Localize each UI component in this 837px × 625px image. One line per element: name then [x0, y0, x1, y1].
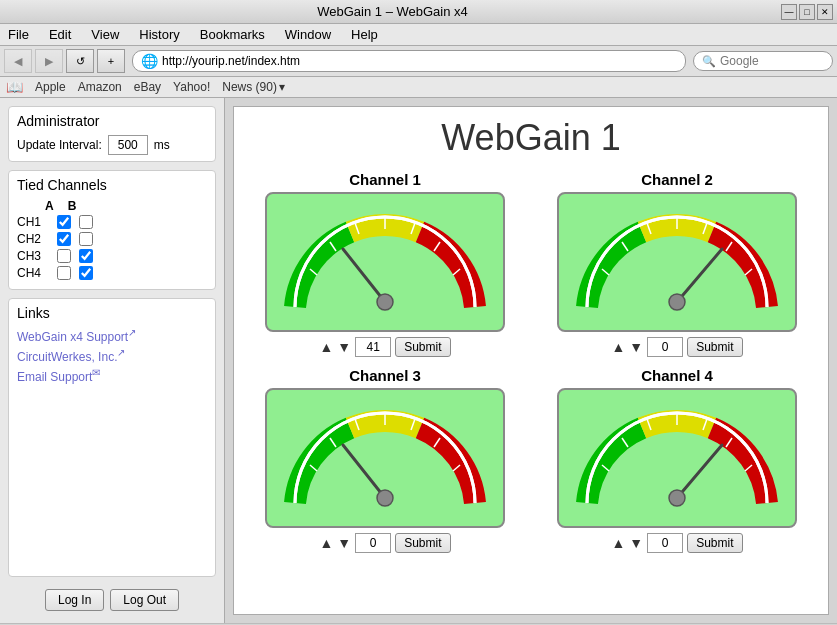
url-bar: 🌐: [132, 50, 686, 72]
update-interval-input[interactable]: [108, 135, 148, 155]
ch4-up-btn[interactable]: ▲: [611, 536, 625, 550]
search-bar: 🔍: [693, 51, 833, 71]
ch2-up-btn[interactable]: ▲: [611, 340, 625, 354]
ch3-b-checkbox[interactable]: [79, 249, 93, 263]
bm-news[interactable]: News (90) ▾: [222, 80, 285, 94]
gauge-box-1: [265, 192, 505, 332]
channel-1-cell: Channel 1: [244, 171, 526, 357]
close-button[interactable]: ✕: [817, 4, 833, 20]
ch2-a-checkbox[interactable]: [57, 232, 71, 246]
ch1-label: CH1: [17, 215, 49, 229]
tied-channels-table: A B CH1 CH2 CH3: [17, 199, 207, 280]
ch1-submit-btn[interactable]: Submit: [395, 337, 450, 357]
ch1-value-input[interactable]: [355, 337, 391, 357]
update-label: Update Interval:: [17, 138, 102, 152]
svg-point-8: [377, 294, 393, 310]
ch4-submit-btn[interactable]: Submit: [687, 533, 742, 553]
channel-2-cell: Channel 2: [536, 171, 818, 357]
ch4-b-checkbox[interactable]: [79, 266, 93, 280]
gauge-controls-2: ▲ ▼ Submit: [611, 337, 742, 357]
ch3-submit-btn[interactable]: Submit: [395, 533, 450, 553]
chevron-down-icon: ▾: [279, 80, 285, 94]
gauge-svg-4: [567, 393, 787, 523]
ch1-a-checkbox[interactable]: [57, 215, 71, 229]
back-button[interactable]: ◀: [4, 49, 32, 73]
tied-row-ch1: CH1: [17, 215, 207, 229]
tied-channels-section: Tied Channels A B CH1 CH2: [8, 170, 216, 290]
login-button[interactable]: Log In: [45, 589, 104, 611]
ch2-label: CH2: [17, 232, 49, 246]
search-input[interactable]: [720, 54, 820, 68]
login-buttons: Log In Log Out: [8, 585, 216, 615]
ch4-label: CH4: [17, 266, 49, 280]
page-title: WebGain 1: [244, 117, 818, 159]
window-title: WebGain 1 – WebGain x4: [317, 4, 468, 19]
channel-1-label: Channel 1: [349, 171, 421, 188]
menu-history[interactable]: History: [135, 26, 183, 43]
link-email-support[interactable]: Email Support✉: [17, 367, 207, 384]
ch2-submit-btn[interactable]: Submit: [687, 337, 742, 357]
admin-section: Administrator Update Interval: ms: [8, 106, 216, 162]
maximize-button[interactable]: □: [799, 4, 815, 20]
gauge-controls-3: ▲ ▼ Submit: [319, 533, 450, 553]
link-webgain-support[interactable]: WebGain x4 Support↗: [17, 327, 207, 344]
ch1-b-checkbox[interactable]: [79, 215, 93, 229]
bm-yahoo[interactable]: Yahoo!: [173, 80, 210, 94]
col-b-header: B: [68, 199, 77, 213]
title-bar: WebGain 1 – WebGain x4 — □ ✕: [0, 0, 837, 24]
tied-header: A B: [45, 199, 207, 213]
bm-apple[interactable]: Apple: [35, 80, 66, 94]
menu-bar: File Edit View History Bookmarks Window …: [0, 24, 837, 46]
ch2-down-btn[interactable]: ▼: [629, 340, 643, 354]
svg-line-34: [677, 445, 722, 498]
ch3-value-input[interactable]: [355, 533, 391, 553]
col-a-header: A: [45, 199, 54, 213]
page-inner: WebGain 1 Channel 1: [233, 106, 829, 615]
gauge-controls-1: ▲ ▼ Submit: [319, 337, 450, 357]
bm-ebay[interactable]: eBay: [134, 80, 161, 94]
ch1-down-btn[interactable]: ▼: [337, 340, 351, 354]
ch3-label: CH3: [17, 249, 49, 263]
bm-amazon[interactable]: Amazon: [78, 80, 122, 94]
gauge-svg-3: [275, 393, 495, 523]
channel-3-cell: Channel 3: [244, 367, 526, 553]
gauge-box-2: [557, 192, 797, 332]
ch3-up-btn[interactable]: ▲: [319, 536, 333, 550]
ch3-a-checkbox[interactable]: [57, 249, 71, 263]
tied-row-ch3: CH3: [17, 249, 207, 263]
forward-button[interactable]: ▶: [35, 49, 63, 73]
page-area: WebGain 1 Channel 1: [225, 98, 837, 623]
new-tab-button[interactable]: +: [97, 49, 125, 73]
svg-line-25: [343, 445, 385, 498]
update-row: Update Interval: ms: [17, 135, 207, 155]
menu-file[interactable]: File: [4, 26, 33, 43]
logout-button[interactable]: Log Out: [110, 589, 179, 611]
reload-button[interactable]: ↺: [66, 49, 94, 73]
gauge-controls-4: ▲ ▼ Submit: [611, 533, 742, 553]
menu-view[interactable]: View: [87, 26, 123, 43]
admin-title: Administrator: [17, 113, 207, 129]
ch1-up-btn[interactable]: ▲: [319, 340, 333, 354]
globe-icon: 🌐: [141, 53, 158, 69]
gauge-box-4: [557, 388, 797, 528]
links-title: Links: [17, 305, 207, 321]
menu-help[interactable]: Help: [347, 26, 382, 43]
ch3-down-btn[interactable]: ▼: [337, 536, 351, 550]
menu-edit[interactable]: Edit: [45, 26, 75, 43]
tied-row-ch4: CH4: [17, 266, 207, 280]
menu-bookmarks[interactable]: Bookmarks: [196, 26, 269, 43]
minimize-button[interactable]: —: [781, 4, 797, 20]
url-input[interactable]: [162, 54, 677, 68]
menu-window[interactable]: Window: [281, 26, 335, 43]
channel-2-label: Channel 2: [641, 171, 713, 188]
ch4-value-input[interactable]: [647, 533, 683, 553]
link-circuitwerkes[interactable]: CircuitWerkes, Inc.↗: [17, 347, 207, 364]
ch4-down-btn[interactable]: ▼: [629, 536, 643, 550]
ch2-value-input[interactable]: [647, 337, 683, 357]
ch4-a-checkbox[interactable]: [57, 266, 71, 280]
gauge-box-3: [265, 388, 505, 528]
ch2-b-checkbox[interactable]: [79, 232, 93, 246]
bookmarks-icon[interactable]: 📖: [6, 79, 23, 95]
tied-channels-title: Tied Channels: [17, 177, 207, 193]
gauge-svg-1: [275, 197, 495, 327]
